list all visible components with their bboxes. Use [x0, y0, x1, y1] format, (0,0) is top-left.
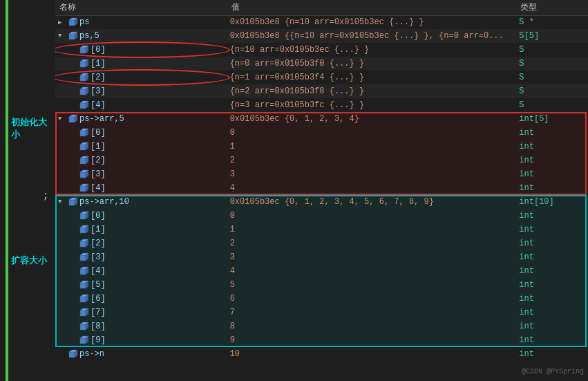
row-name-text: [2] [91, 239, 106, 248]
value-cell: 10 [227, 347, 517, 361]
value-cell: 4 [227, 181, 517, 195]
cube-icon [79, 239, 88, 248]
table-row[interactable]: [1]{n=0 arr=0x0105b3f0 {...} }S [55, 57, 588, 71]
main-container: 初始化大小 扩容大小 ; 名称 值 类型 ▶ ps0x0105b3e8 {n=1… [0, 0, 588, 381]
name-cell: [5] [55, 278, 227, 292]
header-name: 名称 [55, 0, 227, 15]
type-cell: int [516, 167, 588, 181]
row-name-text: [4] [91, 183, 106, 193]
row-name-text: [8] [91, 322, 106, 331]
table-row[interactable]: [2]2int [55, 236, 588, 250]
cube-icon [79, 322, 88, 331]
value-cell: 0x0105b3ec {0, 1, 2, 3, 4, 5, 6, 7, 8, 9… [227, 195, 517, 209]
table-row[interactable]: [3]3int [55, 250, 588, 264]
value-cell: 0x0105b3e8 {{n=10 arr=0x0105b3ec {...} }… [227, 29, 517, 43]
table-row[interactable]: [1]1int [55, 140, 588, 154]
svg-rect-51 [80, 255, 86, 261]
svg-rect-9 [80, 62, 86, 67]
name-cell: [4] [55, 181, 227, 195]
row-name-text: [0] [91, 211, 106, 221]
type-cell: S [516, 84, 588, 98]
table-row[interactable]: [3]3int [55, 167, 588, 181]
type-cell: S [516, 71, 588, 84]
value-cell: 1 [227, 223, 517, 236]
row-name-text: [0] [91, 128, 106, 138]
table-row[interactable]: ▼ ps,50x0105b3e8 {{n=10 arr=0x0105b3ec {… [55, 29, 588, 43]
cube-icon [79, 86, 88, 96]
table-row[interactable]: [7]7int [55, 306, 588, 319]
name-cell: [2] [55, 236, 227, 250]
value-cell: 1 [227, 140, 517, 154]
cube-icon [68, 349, 77, 359]
table-row[interactable]: [2]{n=1 arr=0x0105b3f4 {...} }S [55, 71, 588, 84]
table-row[interactable]: [6]6int [55, 292, 588, 306]
table-row[interactable]: [2]2int [55, 154, 588, 167]
value-cell: 0x0105b3e8 {n=10 arr=0x0105b3ec {...} } [227, 15, 517, 29]
cube-icon [68, 114, 77, 124]
expand-icon[interactable]: ▼ [58, 32, 66, 39]
left-gutter [0, 0, 6, 381]
cube-icon [79, 266, 88, 276]
row-name-text: [9] [91, 335, 106, 345]
cube-icon [68, 197, 77, 207]
type-cell: int [516, 154, 588, 167]
value-cell: {n=10 arr=0x0105b3ec {...} } [227, 43, 517, 57]
type-cell: int [516, 236, 588, 250]
svg-rect-36 [80, 186, 86, 192]
name-cell: [3] [55, 167, 227, 181]
type-cell: int [516, 140, 588, 154]
type-cell: S[5] [516, 29, 588, 43]
name-cell: [0] [55, 209, 227, 223]
cube-icon [68, 31, 77, 41]
type-cell: int [516, 126, 588, 140]
table-row[interactable]: ▼ ps->arr,50x0105b3ec {0, 1, 2, 3, 4}int… [55, 112, 588, 126]
debug-table: 名称 值 类型 ▶ ps0x0105b3e8 {n=10 arr=0x0105b… [55, 0, 588, 361]
type-cell: int [516, 306, 588, 319]
cube-icon [79, 308, 88, 317]
expand-icon[interactable]: ▶ [58, 19, 66, 26]
svg-rect-60 [80, 297, 86, 302]
name-cell: [4] [55, 98, 227, 112]
svg-rect-69 [80, 338, 86, 344]
expand-icon[interactable]: ▼ [58, 115, 66, 122]
type-cell: int[10] [516, 195, 588, 209]
table-row[interactable]: [1]1int [55, 223, 588, 236]
cube-icon [79, 169, 88, 179]
name-cell: [1] [55, 140, 227, 154]
table-row[interactable]: ▶ ps0x0105b3e8 {n=10 arr=0x0105b3ec {...… [55, 15, 588, 29]
name-cell: [9] [55, 333, 227, 347]
table-row[interactable]: [4]4int [55, 181, 588, 195]
value-cell: 5 [227, 278, 517, 292]
table-row[interactable]: [5]5int [55, 278, 588, 292]
table-row[interactable]: [4]{n=3 arr=0x0105b3fc {...} }S [55, 98, 588, 112]
table-row[interactable]: ▼ ps->arr,100x0105b3ec {0, 1, 2, 3, 4, 5… [55, 195, 588, 209]
cube-icon [79, 225, 88, 234]
row-name-text: [0] [91, 45, 106, 55]
row-name-text: [3] [91, 252, 106, 262]
table-row[interactable]: [0]0int [55, 126, 588, 140]
svg-rect-33 [80, 172, 86, 178]
table-row[interactable]: [4]4int [55, 264, 588, 278]
name-cell: [3] [55, 84, 227, 98]
name-cell: [2] [55, 154, 227, 167]
cube-icon [79, 211, 88, 221]
name-cell: ▼ ps->arr,10 [55, 195, 227, 209]
svg-rect-42 [80, 214, 86, 219]
value-cell: 0 [227, 209, 517, 223]
value-cell: 0 [227, 126, 517, 140]
name-cell: [1] [55, 223, 227, 236]
name-cell: [8] [55, 319, 227, 333]
table-row[interactable]: [0]0int [55, 209, 588, 223]
row-name-text: ps->arr,5 [79, 114, 124, 124]
svg-rect-21 [69, 117, 75, 122]
table-row[interactable]: ps->n10int [55, 347, 588, 361]
table-row[interactable]: [8]8int [55, 319, 588, 333]
value-cell: {n=1 arr=0x0105b3f4 {...} } [227, 71, 517, 84]
table-row[interactable]: [9]9int [55, 333, 588, 347]
table-row[interactable]: [0]{n=10 arr=0x0105b3ec {...} }S [55, 43, 588, 57]
table-row[interactable]: [3]{n=2 arr=0x0105b3f8 {...} }S [55, 84, 588, 98]
row-name-text: [2] [91, 73, 106, 82]
expand-icon[interactable]: ▼ [58, 198, 66, 205]
row-name-text: [5] [91, 280, 106, 290]
value-cell: 3 [227, 167, 517, 181]
